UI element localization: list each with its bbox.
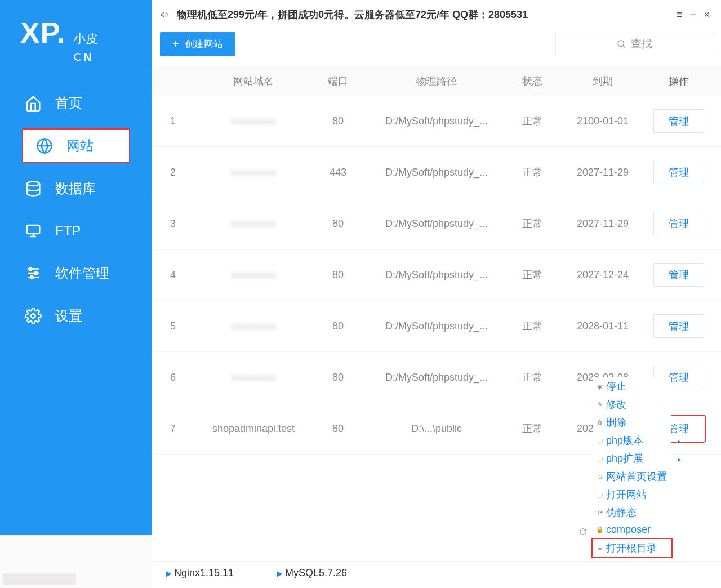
cell-expire: 2100-01-01 [558,115,648,127]
cell-expire: 2027-11-29 [558,218,648,230]
gear-icon [25,308,42,324]
ctx-stop[interactable]: ◉停止 [593,377,671,395]
toolbar: + 创建网站 查找 [152,25,721,66]
cell-status: 正常 [507,319,558,333]
table-row[interactable]: 3xxxxxxxxx80D:/MySoft/phpstudy_...正常2027… [152,198,721,250]
play-icon: ▶ [277,569,283,578]
table-row[interactable]: 2xxxxxxxxx443D:/MySoft/phpstudy_...正常202… [152,147,721,198]
chevron-right-icon: ▸ [678,437,682,446]
manage-button[interactable]: 管理 [653,109,704,133]
ctx-edit[interactable]: ✎修改 [593,395,671,413]
close-button[interactable]: × [704,9,710,21]
ctx-php-version[interactable]: ▢php版本▸ [593,431,671,449]
cell-domain: xxxxxxxxx [197,372,310,384]
ctx-composer[interactable]: 🔒composer [593,522,671,538]
sidebar-item-label: 设置 [55,307,82,325]
ctx-delete[interactable]: 🗑删除 [593,413,671,431]
sidebar-item-label: 首页 [55,94,82,112]
manage-button[interactable]: 管理 [653,263,704,287]
svg-point-5 [30,276,33,279]
cell-domain: xxxxxxxxx [197,115,310,127]
cell-index: 7 [163,423,197,435]
refresh-icon[interactable] [579,528,587,536]
sidebar-item-software[interactable]: 软件管理 [0,252,152,295]
sidebar-item-database[interactable]: 数据库 [0,167,152,210]
cell-index: 2 [163,167,197,179]
ctx-php-ext[interactable]: ▢php扩展▸ [593,449,671,467]
main-content: 物理机低至299元/年，拼团成功0元得。云服务器低至72元/年 QQ群：2805… [152,0,721,588]
svg-point-3 [29,268,32,270]
home-sm-icon: ⌂ [596,473,604,480]
sidebar-item-settings[interactable]: 设置 [0,295,152,337]
folder-icon: ≡ [596,544,604,552]
header-expire: 到期 [558,74,648,88]
trash-icon: 🗑 [596,418,604,426]
sidebar-item-home[interactable]: 首页 [0,82,152,124]
create-website-button[interactable]: + 创建网站 [160,32,235,56]
cell-status: 正常 [507,114,558,128]
cell-index: 3 [163,218,197,230]
window-controls: ≡ − × [676,9,710,21]
ctx-open-root[interactable]: ≡打开根目录 [593,539,671,557]
manage-button[interactable]: 管理 [653,314,704,338]
cell-path: D:/MySoft/phpstudy_... [366,372,507,384]
stop-icon: ◉ [596,382,604,390]
cell-status: 正常 [507,371,558,384]
sidebar-item-ftp[interactable]: FTP [0,210,152,252]
table-header: 网站域名 端口 物理路径 状态 到期 操作 [152,66,721,96]
menu-icon[interactable]: ≡ [676,9,682,21]
ctx-homepage[interactable]: ⌂网站首页设置 [593,467,671,485]
header-port: 端口 [310,74,366,88]
header-status: 状态 [507,74,558,88]
cell-domain: xxxxxxxxx [197,167,310,179]
cell-path: D:/MySoft/phpstudy_... [366,115,507,127]
open-icon: ▢ [596,491,604,498]
cell-ops: 管理 [648,161,710,184]
cell-ops: 管理 [648,314,710,338]
status-mysql[interactable]: ▶ MySQL5.7.26 [277,567,347,579]
cell-port: 80 [310,423,366,435]
globe-icon [36,137,53,154]
cell-ops: 管理 [648,109,710,133]
cell-ops: 管理 [648,212,710,235]
cell-index: 4 [163,269,197,281]
play-icon: ▶ [166,569,172,578]
sidebar-item-website[interactable]: 网站 [23,129,130,163]
cell-path: D:/MySoft/phpstudy_... [366,320,507,332]
status-nginx[interactable]: ▶ Nginx1.15.11 [166,567,234,579]
ext-icon: ▢ [596,455,604,462]
monitor-icon [25,222,42,239]
table-row[interactable]: 1xxxxxxxxx80D:/MySoft/phpstudy_...正常2100… [152,96,721,147]
table-row[interactable]: 4xxxxxxxxx80D:/MySoft/phpstudy_...正常2027… [152,250,721,301]
header-domain: 网站域名 [197,74,310,88]
svg-point-6 [31,314,35,318]
minimize-button[interactable]: − [690,9,696,21]
sidebar-item-label: 数据库 [55,180,96,198]
logo: XP. 小皮 ᴄɴ [0,6,152,82]
search-input[interactable]: 查找 [555,32,713,56]
bottom-tray [0,535,169,588]
cell-domain: xxxxxxxxx [197,218,310,230]
cell-status: 正常 [507,268,558,282]
cell-port: 80 [310,320,366,332]
home-icon [25,95,42,112]
cell-port: 443 [310,167,366,179]
manage-button[interactable]: 管理 [653,161,704,184]
search-placeholder: 查找 [631,37,652,51]
sidebar-item-label: FTP [55,223,81,239]
cell-expire: 2027-11-29 [558,167,648,179]
ctx-rewrite[interactable]: ⟳伪静态 [593,504,671,522]
cell-path: D:/MySoft/phpstudy_... [366,167,507,179]
ctx-open-site[interactable]: ▢打开网站 [593,485,671,504]
cell-port: 80 [310,269,366,281]
speaker-icon [160,10,169,19]
cell-path: D:/MySoft/phpstudy_... [366,218,507,230]
database-icon [25,180,42,197]
nav: 首页 网站 数据库 FTP [0,82,152,337]
manage-button[interactable]: 管理 [653,212,704,235]
svg-point-4 [35,272,38,275]
cell-expire: 2028-01-11 [558,320,648,332]
table-row[interactable]: 5xxxxxxxxx80D:/MySoft/phpstudy_...正常2028… [152,301,721,352]
sliders-icon [25,265,42,282]
sidebar-item-label: 网站 [66,137,94,155]
